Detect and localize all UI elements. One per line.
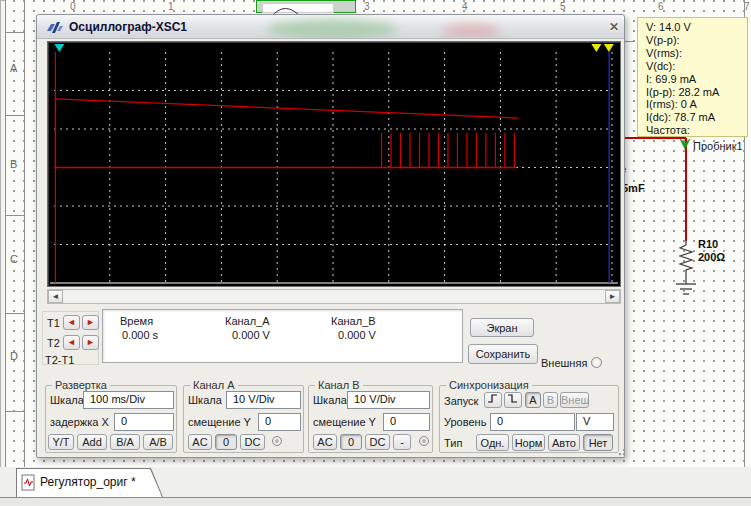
probe-ipp: I(p-p): 28.2 mA	[646, 86, 747, 99]
close-icon[interactable]: ✕	[606, 20, 622, 34]
ruler-col-4: 4	[462, 1, 468, 12]
cursor-2-handle-b[interactable]	[604, 44, 614, 52]
multisim-logo-icon	[46, 21, 64, 34]
ruler-col-3: 3	[364, 1, 370, 12]
probe-arrow-icon[interactable]	[679, 138, 691, 150]
readout-header-channel-a: Канал_A	[225, 315, 270, 327]
channel-a-offset-input[interactable]: 0	[258, 413, 301, 431]
ruler-row-b: B	[10, 158, 17, 170]
ruler-sep-4	[5, 313, 25, 314]
t1-left-button[interactable]: ◄	[63, 315, 80, 330]
readout-header-channel-b: Канал_B	[331, 315, 376, 327]
ruler-row-d: D	[10, 350, 18, 362]
trigger-legend: Синхронизация	[446, 379, 532, 391]
channel-b-scale-input[interactable]: 10 V/Div	[347, 391, 430, 409]
scope-waveform	[48, 42, 620, 286]
trigger-source-a-button[interactable]: A	[525, 392, 541, 408]
rising-edge-icon	[487, 393, 499, 404]
channel-a-ac-button[interactable]: AC	[188, 434, 212, 450]
trigger-level-input[interactable]: 0	[490, 413, 575, 431]
probe-irms: I(rms): 0 A	[646, 98, 747, 111]
scope-scrollbar[interactable]: ◄ ►	[47, 289, 621, 304]
ruler-col-1: 1	[168, 1, 174, 12]
resistor-value-label[interactable]: 200Ω	[698, 251, 725, 263]
probe-v: V: 14.0 V	[646, 21, 747, 34]
channel-b-zero-button[interactable]: 0	[340, 434, 362, 450]
ground-symbol[interactable]	[675, 274, 697, 298]
resistor-ref-label[interactable]: R10	[698, 238, 718, 250]
falling-edge-icon	[507, 393, 519, 404]
trigger-type-normal-button[interactable]: Норм	[512, 434, 545, 451]
channel-b-scale-label: Шкала	[313, 394, 347, 406]
capacitor-value-fragment: 5mF	[622, 182, 645, 194]
timebase-yt-button[interactable]: Y/T	[48, 434, 74, 450]
channel-a-scale-input[interactable]: 10 V/Div	[226, 391, 301, 409]
scroll-right-icon[interactable]: ►	[605, 290, 620, 303]
t1-label: T1	[47, 317, 60, 329]
trigger-type-none-button[interactable]: Нет	[583, 434, 613, 451]
ruler-col-6: 6	[658, 1, 664, 12]
sheet-border-left-inner	[24, 0, 25, 467]
trigger-level-label: Уровень	[444, 416, 486, 428]
ruler-sep-2	[5, 115, 25, 116]
t2-left-button[interactable]: ◄	[63, 335, 80, 350]
cursor-2-handle-a[interactable]	[591, 44, 601, 52]
channel-a-radio[interactable]	[272, 436, 282, 446]
timebase-ab-button[interactable]: A/B	[143, 434, 173, 450]
timebase-ba-button[interactable]: B/A	[110, 434, 140, 450]
readout-header-time: Время	[120, 315, 153, 327]
trigger-source-b-button[interactable]: B	[543, 392, 558, 408]
probe-name-label[interactable]: Пробник1	[693, 140, 743, 152]
document-tabstrip: Регулятор_ориг *	[0, 467, 751, 506]
t2-t1-label: T2-T1	[45, 354, 74, 366]
trigger-level-unit: V	[576, 413, 614, 431]
timebase-delay-label: задержка X	[50, 416, 109, 428]
readout-time-value: 0.000 s	[122, 329, 158, 341]
oscilloscope-dialog: Осциллограф-XSC1 ✕ ◄ ► T1 ◄ ► T2 ◄ ► T2-…	[36, 14, 625, 458]
document-tab[interactable]: Регулятор_ориг *	[16, 468, 164, 497]
channel-b-ac-button[interactable]: AC	[313, 434, 337, 450]
ruler-col-7: 7	[744, 1, 750, 12]
probe-vdc: V(dc):	[646, 60, 747, 73]
channel-a-scale-label: Шкала	[188, 394, 222, 406]
channel-b-radio[interactable]	[419, 436, 429, 446]
t1-right-button[interactable]: ►	[82, 315, 99, 330]
readout-channel-b-value: 0.000 V	[338, 329, 376, 341]
cursor-1-handle[interactable]	[54, 44, 64, 52]
falling-edge-button[interactable]	[504, 392, 522, 408]
resistor-symbol[interactable]	[678, 240, 696, 274]
channel-b-offset-label: смещение Y	[313, 416, 376, 428]
readout-panel: Время Канал_A Канал_B 0.000 s 0.000 V 0.…	[102, 309, 463, 363]
channel-b-minus-button[interactable]: -	[393, 434, 411, 450]
external-label: Внешняя	[541, 357, 587, 369]
selected-component[interactable]	[256, 0, 356, 13]
dialog-titlebar[interactable]: Осциллограф-XSC1 ✕	[37, 15, 624, 39]
channel-a-dc-button[interactable]: DC	[240, 434, 265, 450]
rising-edge-button[interactable]	[484, 392, 502, 408]
ruler-col-0: 0	[70, 1, 76, 12]
channel-b-dc-button[interactable]: DC	[365, 434, 390, 450]
trigger-group: Синхронизация Запуск A B Внеш Уровень 0 …	[439, 385, 619, 453]
statusbar-strip	[0, 498, 751, 506]
resize-grip[interactable]	[615, 443, 625, 455]
trigger-type-single-button[interactable]: Одн.	[476, 434, 509, 451]
timebase-scale-input[interactable]: 100 ms/Div	[83, 391, 174, 409]
t2-label: T2	[47, 337, 60, 349]
external-radio[interactable]	[591, 357, 602, 368]
probe-tooltip: V: 14.0 V V(p-p): V(rms): V(dc): I: 69.9…	[637, 17, 748, 137]
dialog-title: Осциллограф-XSC1	[69, 15, 187, 39]
t2-right-button[interactable]: ►	[82, 335, 99, 350]
timebase-delay-input[interactable]: 0	[114, 413, 174, 431]
ruler-sep-1	[5, 32, 25, 33]
wire-vertical[interactable]	[685, 138, 687, 241]
save-button[interactable]: Сохранить	[468, 344, 538, 364]
ruler-row-a: A	[10, 62, 17, 74]
trigger-type-auto-button[interactable]: Авто	[548, 434, 580, 451]
scroll-left-icon[interactable]: ◄	[48, 290, 63, 303]
screen-button[interactable]: Экран	[470, 318, 534, 337]
channel-a-zero-button[interactable]: 0	[215, 434, 237, 450]
wire-horizontal[interactable]	[622, 137, 686, 139]
channel-b-offset-input[interactable]: 0	[383, 413, 430, 431]
timebase-add-button[interactable]: Add	[77, 434, 107, 450]
trigger-source-ext-button[interactable]: Внеш	[560, 392, 589, 408]
